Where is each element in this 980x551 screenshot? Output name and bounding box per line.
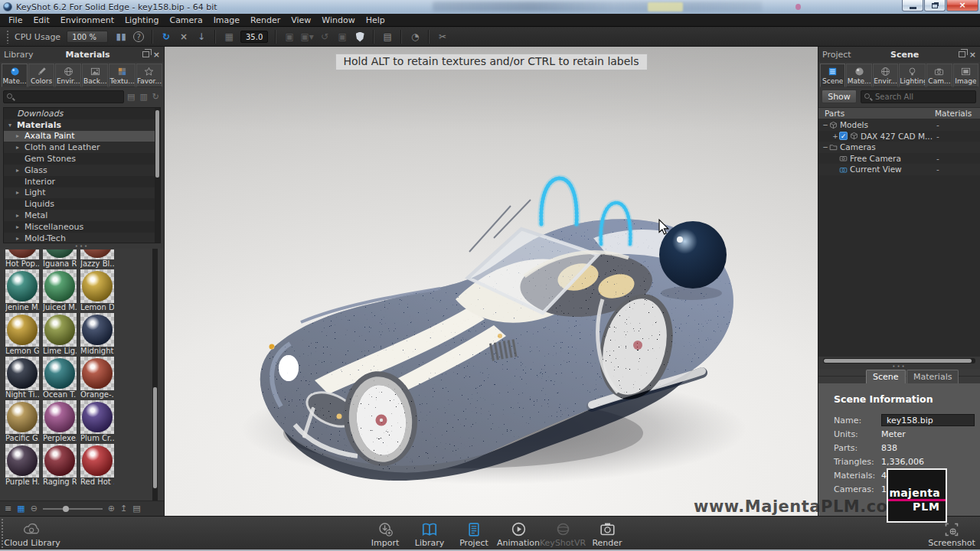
clear-icon[interactable]: × [176, 30, 191, 44]
thumbnail-size-slider[interactable] [43, 505, 103, 513]
library-tree-item-liquids[interactable]: Liquids [4, 198, 160, 210]
expand-icon[interactable]: ▸ [16, 132, 24, 139]
parts-tree-item-dax-427-cad-m-[interactable]: +✓DAX 427 CAD M...- [818, 131, 980, 142]
project-tab-image[interactable]: Image [953, 64, 978, 87]
library-splitter[interactable]: ••• [0, 243, 164, 249]
material-swatch-juiced-m-[interactable] [43, 269, 77, 303]
close-button[interactable]: × [946, 0, 978, 11]
float-panel-icon[interactable] [959, 51, 965, 57]
float-panel-icon[interactable] [142, 51, 149, 57]
material-swatch-red-hot-[interactable] [80, 444, 114, 478]
project-search-input[interactable] [861, 93, 975, 101]
menu-window[interactable]: Window [316, 14, 360, 27]
project-tab-lighting[interactable]: Lighting [899, 64, 926, 87]
dock-screenshot-button[interactable]: Screenshot [919, 519, 980, 548]
library-tree-scrollbar[interactable] [155, 108, 160, 243]
render-viewport[interactable]: Hold ALT to retain textures and/or CTRL … [165, 47, 818, 516]
material-swatch-raging-r-[interactable] [43, 444, 77, 478]
material-swatch-lemon-d-[interactable] [80, 269, 114, 303]
expand-icon[interactable]: ▸ [16, 189, 24, 196]
material-swatch-night-ti-[interactable] [5, 357, 39, 390]
expand-icon[interactable]: ▸ [16, 212, 24, 219]
show-button[interactable]: Show [822, 90, 857, 103]
ring-icon[interactable]: ◔ [407, 30, 423, 44]
library-tree-item-materials[interactable]: ▾Materials [4, 119, 160, 131]
material-swatch-jazzy-bl-[interactable] [80, 249, 114, 259]
library-tree-item-axalta-paint[interactable]: ▸Axalta Paint [4, 131, 160, 142]
parts-tree-item-cameras[interactable]: −Cameras [818, 142, 980, 153]
material-swatch-plum-cr-[interactable] [80, 400, 114, 434]
library-tree-item-miscellaneous[interactable]: ▸Miscellaneous [4, 221, 160, 233]
cpu-usage-select[interactable]: 100 % [67, 31, 108, 43]
reset-camera-icon[interactable]: ↺ [317, 30, 332, 44]
library-tree-item-light[interactable]: ▸Light [4, 187, 160, 199]
library-tree-item-mold-tech[interactable]: ▸Mold-Tech [4, 233, 160, 243]
paste-camera-icon[interactable]: ▣▾ [299, 30, 315, 44]
refresh-render-icon[interactable]: ↻ [158, 30, 174, 44]
import-material-icon[interactable]: ↥ [120, 504, 127, 513]
focal-length-input[interactable]: 35.0 [240, 31, 268, 43]
parts-tree-item-models[interactable]: −Models- [818, 119, 980, 131]
project-splitter[interactable]: ••• [818, 364, 980, 369]
close-panel-icon[interactable]: × [153, 51, 160, 59]
tree-expander[interactable]: − [822, 143, 829, 151]
menu-file[interactable]: File [3, 14, 28, 27]
library-tree-item-glass[interactable]: ▸Glass [4, 165, 160, 176]
material-swatch-lemon-g-[interactable] [5, 313, 39, 347]
thumbnail-view-icon[interactable]: ▦ [17, 504, 24, 513]
subtab-materials[interactable]: Materials [906, 370, 959, 383]
visibility-checkbox[interactable]: ✓ [839, 132, 848, 140]
material-swatch-iguana-r-[interactable] [43, 249, 77, 259]
material-swatch-purple-h-[interactable] [5, 444, 39, 478]
material-swatch-jenine-m-[interactable] [5, 269, 39, 303]
library-tab-back[interactable]: Back... [82, 64, 108, 87]
folder-icon[interactable]: ▤ [132, 504, 140, 513]
parts-tree-item-free-camera[interactable]: Free Camera- [818, 153, 980, 165]
material-swatch-hot-pop-[interactable] [5, 249, 39, 259]
menu-help[interactable]: Help [361, 14, 390, 27]
project-search[interactable] [861, 90, 976, 103]
scissors-icon[interactable]: ✂ [435, 30, 450, 44]
help-icon[interactable]: ? [133, 31, 144, 42]
parts-tree-hscrollbar[interactable] [823, 358, 975, 364]
toolbar-grip[interactable] [6, 30, 9, 44]
add-folder-icon[interactable]: ▤ [127, 92, 135, 102]
library-tree-item-cloth-and-leather[interactable]: ▸Cloth and Leather [4, 142, 160, 153]
zoom-out-icon[interactable]: ⊖ [31, 504, 38, 513]
refresh-library-icon[interactable]: ↻ [152, 92, 159, 102]
menu-render[interactable]: Render [245, 14, 286, 27]
pause-queue-icon[interactable]: ↓ [194, 30, 209, 44]
library-tab-textu[interactable]: Textu... [109, 64, 136, 87]
copy-camera-icon[interactable]: ▣ [282, 30, 297, 44]
expand-icon[interactable]: ▸ [16, 167, 24, 174]
scene-name-input[interactable] [881, 414, 975, 426]
menu-camera[interactable]: Camera [164, 14, 207, 27]
library-tab-mate[interactable]: Mate... [2, 64, 28, 87]
dock-cloud-library-button[interactable]: Cloud Library [0, 519, 65, 548]
library-tree-item-downloads[interactable]: Downloads [4, 108, 160, 119]
expand-icon[interactable]: ▸ [16, 235, 24, 242]
tree-expander[interactable]: − [822, 121, 829, 129]
material-swatch-ocean-t-[interactable] [43, 357, 77, 390]
library-search-input[interactable] [4, 93, 123, 101]
remove-folder-icon[interactable]: ▥ [139, 92, 147, 102]
library-tree-item-gem-stones[interactable]: Gem Stones [4, 153, 160, 165]
menu-environment[interactable]: Environment [55, 14, 119, 27]
menu-image[interactable]: Image [208, 14, 245, 27]
subtab-scene[interactable]: Scene [866, 370, 906, 383]
project-tab-envir[interactable]: Envir... [873, 64, 898, 87]
material-swatch-orange-[interactable] [80, 357, 114, 390]
shield-icon[interactable] [352, 30, 368, 44]
dock-render-button[interactable]: Render [574, 519, 640, 548]
library-tab-envir[interactable]: Envir... [55, 64, 81, 87]
material-swatch-midnight-[interactable] [80, 313, 114, 347]
library-tab-favor[interactable]: Favor... [136, 64, 162, 87]
swatch-scrollbar[interactable] [152, 249, 158, 500]
restore-button[interactable] [924, 0, 946, 11]
menu-lighting[interactable]: Lighting [119, 14, 164, 27]
pause-icon[interactable]: ▮▮ [113, 30, 129, 44]
library-tree-item-interior[interactable]: Interior [4, 176, 160, 187]
library-tree-item-metal[interactable]: ▸Metal [4, 210, 160, 221]
table-icon[interactable]: ▤ [380, 30, 395, 44]
list-view-icon[interactable]: ≡ [5, 504, 11, 513]
